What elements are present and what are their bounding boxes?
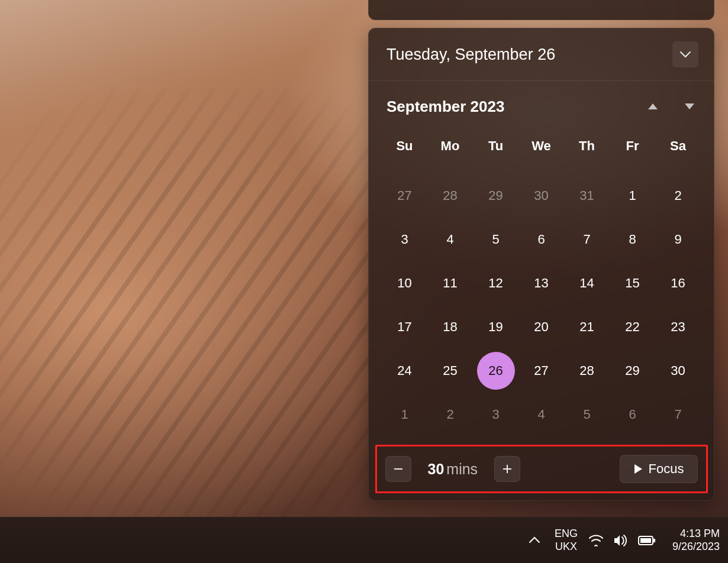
focus-button[interactable]: Focus: [620, 455, 698, 483]
calendar-day[interactable]: 30: [518, 174, 564, 218]
chevron-up-icon: [529, 536, 540, 543]
calendar-day[interactable]: 11: [427, 261, 473, 305]
day-number: 7: [583, 232, 590, 247]
calendar-day[interactable]: 7: [655, 393, 701, 436]
tray-overflow-button[interactable]: [525, 532, 544, 549]
calendar-day[interactable]: 4: [518, 393, 564, 436]
calendar-day[interactable]: 4: [427, 218, 473, 261]
day-number: 27: [397, 188, 411, 203]
calendar-day[interactable]: 31: [564, 174, 610, 218]
calendar-day[interactable]: 24: [382, 349, 427, 393]
calendar-day[interactable]: 10: [382, 261, 427, 305]
calendar-day[interactable]: 2: [655, 174, 701, 218]
calendar-day[interactable]: 13: [518, 261, 564, 305]
clock-time: 4:13 PM: [672, 528, 720, 541]
calendar-day[interactable]: 19: [473, 305, 518, 349]
calendar-day[interactable]: 27: [382, 174, 427, 218]
dow-header: Tu: [473, 131, 518, 169]
dow-header: Mo: [427, 131, 473, 169]
clock[interactable]: 4:13 PM 9/26/2023: [666, 528, 720, 554]
calendar-day[interactable]: 12: [473, 261, 518, 305]
month-label[interactable]: September 2023: [386, 98, 504, 116]
day-number: 29: [488, 188, 502, 203]
day-number: 3: [492, 407, 499, 422]
calendar-day[interactable]: 3: [473, 393, 518, 436]
calendar-day[interactable]: 29: [610, 349, 655, 393]
calendar-day[interactable]: 17: [382, 305, 427, 349]
day-number: 18: [443, 319, 457, 335]
next-month-button[interactable]: [684, 102, 695, 112]
lang-line1: ENG: [555, 528, 578, 541]
calendar-day[interactable]: 23: [655, 305, 701, 349]
dow-header: Fr: [610, 131, 655, 169]
day-number: 22: [625, 319, 639, 335]
calendar-day[interactable]: 1: [382, 393, 427, 436]
calendar-day[interactable]: 1: [610, 174, 655, 218]
day-number: 21: [579, 319, 594, 335]
calendar-day[interactable]: 18: [427, 305, 473, 349]
day-number: 5: [492, 232, 499, 247]
play-icon: [633, 464, 643, 474]
calendar-day[interactable]: 16: [655, 261, 701, 305]
calendar-day[interactable]: 15: [610, 261, 655, 305]
calendar-day[interactable]: 21: [564, 305, 610, 349]
calendar-day[interactable]: 29: [473, 174, 518, 218]
calendar-day[interactable]: 27: [518, 349, 564, 393]
calendar-day[interactable]: 6: [610, 393, 655, 436]
system-tray[interactable]: [588, 534, 656, 547]
chevron-down-icon: [679, 51, 691, 58]
calendar-day[interactable]: 3: [382, 218, 427, 261]
day-number: 4: [446, 232, 453, 247]
day-number: 6: [537, 232, 545, 247]
day-number: 1: [401, 407, 408, 422]
calendar-day[interactable]: 28: [427, 174, 473, 218]
calendar-day[interactable]: 2: [427, 393, 473, 436]
calendar-day[interactable]: 28: [564, 349, 610, 393]
day-number: 15: [625, 276, 639, 291]
day-number: 23: [671, 319, 685, 335]
calendar-flyout: Tuesday, September 26 September 2023 SuM…: [368, 28, 714, 501]
calendar-day[interactable]: 6: [518, 218, 564, 261]
svg-rect-2: [507, 465, 508, 473]
day-number: 20: [534, 319, 548, 335]
collapse-button[interactable]: [672, 41, 698, 67]
day-number: 24: [397, 363, 411, 378]
calendar-day[interactable]: 7: [564, 218, 610, 261]
calendar-day[interactable]: 5: [564, 393, 610, 436]
day-number: 19: [488, 319, 502, 335]
focus-duration-controls: 30mins: [385, 456, 521, 482]
day-number: 11: [443, 276, 457, 291]
duration-value: 30: [428, 461, 444, 477]
calendar-day[interactable]: 9: [655, 218, 701, 261]
day-of-week-row: SuMoTuWeThFrSa: [369, 131, 714, 174]
wallpaper-ripples: [0, 89, 385, 538]
calendar-day[interactable]: 8: [610, 218, 655, 261]
decrease-duration-button[interactable]: [385, 456, 411, 482]
day-number: 5: [583, 407, 590, 422]
dow-header: We: [518, 131, 564, 169]
taskbar: ENG UKX 4:13 PM 9/26/2023: [0, 517, 728, 563]
calendar-day[interactable]: 20: [518, 305, 564, 349]
language-indicator[interactable]: ENG UKX: [555, 528, 578, 554]
dow-header: Sa: [655, 131, 701, 169]
day-number: 26: [488, 363, 502, 378]
minus-icon: [393, 464, 404, 474]
day-number: 28: [579, 363, 594, 378]
calendar-day[interactable]: 22: [610, 305, 655, 349]
day-number: 28: [443, 188, 457, 203]
day-number: 12: [488, 276, 502, 291]
dow-header: Th: [564, 131, 610, 169]
focus-duration-display: 30mins: [428, 461, 478, 478]
day-number: 14: [579, 276, 594, 291]
prev-month-button[interactable]: [648, 102, 658, 112]
battery-icon: [638, 535, 656, 546]
calendar-day[interactable]: 5: [473, 218, 518, 261]
increase-duration-button[interactable]: [494, 456, 520, 482]
calendar-day[interactable]: 25: [427, 349, 473, 393]
calendar-day[interactable]: 14: [564, 261, 610, 305]
calendar-day[interactable]: 30: [655, 349, 701, 393]
calendar-day-today[interactable]: 26: [473, 349, 518, 393]
day-number: 29: [625, 363, 639, 378]
day-number: 16: [671, 276, 685, 291]
day-number: 10: [397, 276, 411, 291]
